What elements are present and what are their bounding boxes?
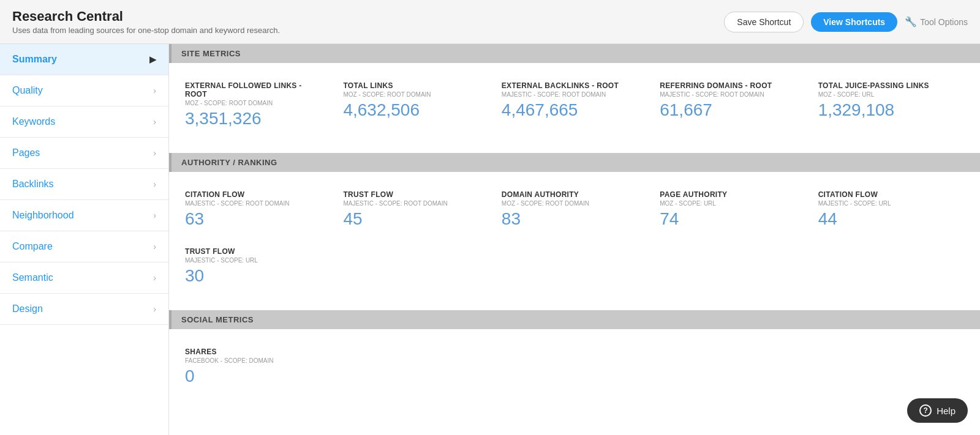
metric-source: MOZ - SCOPE: ROOT DOMAIN <box>185 100 325 106</box>
sidebar-item-keywords[interactable]: Keywords› <box>0 106 168 138</box>
metric-label: PAGE AUTHORITY <box>660 190 799 199</box>
save-shortcut-button[interactable]: Save Shortcut <box>724 12 804 32</box>
sidebar-item-quality[interactable]: Quality› <box>0 75 168 106</box>
sidebar: Summary▶Quality›Keywords›Pages›Backlinks… <box>0 44 169 435</box>
sidebar-item-neighborhood[interactable]: Neighborhood› <box>0 200 168 231</box>
metric-block: CITATION FLOWMAJESTIC - SCOPE: ROOT DOMA… <box>179 184 337 241</box>
sidebar-item-label: Quality <box>12 85 43 96</box>
header-actions: Save Shortcut View Shortcuts 🔧 Tool Opti… <box>724 12 968 32</box>
sidebar-item-label: Summary <box>12 54 57 65</box>
tool-options-label: Tool Options <box>920 17 968 27</box>
metric-label: CITATION FLOW <box>818 190 958 199</box>
metric-block: PAGE AUTHORITYMOZ - SCOPE: URL74 <box>654 184 812 241</box>
tool-options-link[interactable]: 🔧 Tool Options <box>905 16 968 28</box>
sidebar-item-label: Backlinks <box>12 179 54 190</box>
metric-label: REFERRING DOMAINS - ROOT <box>660 81 799 90</box>
sidebar-item-semantic[interactable]: Semantic› <box>0 262 168 294</box>
metric-value: 74 <box>660 209 799 229</box>
wrench-icon: 🔧 <box>905 16 917 28</box>
metric-label: EXTERNAL FOLLOWED LINKS - ROOT <box>185 81 325 99</box>
metric-value: 45 <box>343 209 483 229</box>
section-header-site-metrics: SITE METRICS <box>169 44 980 63</box>
metric-label: EXTERNAL BACKLINKS - ROOT <box>502 81 641 90</box>
metric-block: EXTERNAL FOLLOWED LINKS - ROOTMOZ - SCOP… <box>179 75 337 141</box>
header: Research Central Uses data from leading … <box>0 0 980 44</box>
content-area: SITE METRICSEXTERNAL FOLLOWED LINKS - RO… <box>169 44 980 435</box>
section-social-metrics: SOCIAL METRICSSHARESFACEBOOK - SCOPE: DO… <box>169 310 980 411</box>
metric-block: TRUST FLOWMAJESTIC - SCOPE: ROOT DOMAIN4… <box>337 184 495 241</box>
sidebar-item-label: Neighborhood <box>12 210 74 221</box>
metric-value: 44 <box>818 209 958 229</box>
sidebar-item-backlinks[interactable]: Backlinks› <box>0 169 168 200</box>
metric-block: DOMAIN AUTHORITYMOZ - SCOPE: ROOT DOMAIN… <box>496 184 654 241</box>
metric-source: MOZ - SCOPE: URL <box>660 200 799 207</box>
metric-block: TOTAL JUICE-PASSING LINKSMOZ - SCOPE: UR… <box>812 75 970 141</box>
section-header-social-metrics: SOCIAL METRICS <box>169 310 980 329</box>
help-label: Help <box>937 406 956 416</box>
metric-value: 61,667 <box>660 100 799 120</box>
sidebar-item-compare[interactable]: Compare› <box>0 231 168 262</box>
metric-value: 30 <box>185 266 958 286</box>
sidebar-item-label: Semantic <box>12 272 53 283</box>
section-site-metrics: SITE METRICSEXTERNAL FOLLOWED LINKS - RO… <box>169 44 980 153</box>
metric-block: EXTERNAL BACKLINKS - ROOTMAJESTIC - SCOP… <box>496 75 654 141</box>
metric-label: SHARES <box>185 348 958 356</box>
metric-source: MOZ - SCOPE: ROOT DOMAIN <box>343 91 483 98</box>
metric-label: CITATION FLOW <box>185 190 325 199</box>
metric-source: FACEBOOK - SCOPE: DOMAIN <box>185 357 958 364</box>
main-container: Summary▶Quality›Keywords›Pages›Backlinks… <box>0 44 980 435</box>
sidebar-item-design[interactable]: Design› <box>0 294 168 325</box>
header-branding: Research Central Uses data from leading … <box>12 9 280 35</box>
section-content-social-metrics: SHARESFACEBOOK - SCOPE: DOMAIN0 <box>169 329 980 411</box>
section-header-authority-ranking: AUTHORITY / RANKING <box>169 153 980 172</box>
metric-label: TOTAL JUICE-PASSING LINKS <box>818 81 958 90</box>
metric-block: REFERRING DOMAINS - ROOTMAJESTIC - SCOPE… <box>654 75 812 141</box>
metric-value: 4,632,506 <box>343 100 483 120</box>
metric-label: DOMAIN AUTHORITY <box>502 190 641 199</box>
chevron-right-icon: › <box>153 86 156 95</box>
metric-block: SHARESFACEBOOK - SCOPE: DOMAIN0 <box>179 341 970 398</box>
help-button[interactable]: ? Help <box>907 398 968 423</box>
metric-value: 0 <box>185 366 958 386</box>
chevron-right-icon: › <box>153 148 156 158</box>
section-authority-ranking: AUTHORITY / RANKINGCITATION FLOWMAJESTIC… <box>169 153 980 310</box>
chevron-right-icon: › <box>153 117 156 127</box>
chevron-right-icon: › <box>153 273 156 283</box>
sidebar-item-label: Pages <box>12 147 40 158</box>
chevron-right-icon: › <box>153 242 156 251</box>
metric-block: TOTAL LINKSMOZ - SCOPE: ROOT DOMAIN4,632… <box>337 75 495 141</box>
chevron-right-icon: › <box>153 210 156 220</box>
metric-source: MAJESTIC - SCOPE: ROOT DOMAIN <box>185 200 325 207</box>
metric-source: MAJESTIC - SCOPE: ROOT DOMAIN <box>343 200 483 207</box>
metric-source: MOZ - SCOPE: ROOT DOMAIN <box>502 200 641 207</box>
app-title: Research Central <box>12 9 280 24</box>
metric-source: MOZ - SCOPE: URL <box>818 91 958 98</box>
chevron-right-icon: › <box>153 179 156 189</box>
sidebar-item-label: Keywords <box>12 116 55 127</box>
section-content-site-metrics: EXTERNAL FOLLOWED LINKS - ROOTMOZ - SCOP… <box>169 63 980 153</box>
metric-value: 1,329,108 <box>818 100 958 120</box>
metric-label: TRUST FLOW <box>185 247 958 256</box>
metric-source: MAJESTIC - SCOPE: ROOT DOMAIN <box>502 91 641 98</box>
sidebar-item-label: Design <box>12 303 43 314</box>
metric-label: TOTAL LINKS <box>343 81 483 90</box>
metric-block: CITATION FLOWMAJESTIC - SCOPE: URL44 <box>812 184 970 241</box>
sidebar-item-summary[interactable]: Summary▶ <box>0 44 168 75</box>
help-icon: ? <box>919 404 932 417</box>
metric-source: MAJESTIC - SCOPE: ROOT DOMAIN <box>660 91 799 98</box>
sidebar-item-label: Compare <box>12 241 53 252</box>
section-content-authority-ranking: CITATION FLOWMAJESTIC - SCOPE: ROOT DOMA… <box>169 172 980 310</box>
view-shortcuts-button[interactable]: View Shortcuts <box>811 12 897 32</box>
sidebar-item-pages[interactable]: Pages› <box>0 138 168 169</box>
metric-block: TRUST FLOWMAJESTIC - SCOPE: URL30 <box>179 241 970 298</box>
metric-label: TRUST FLOW <box>343 190 483 199</box>
metric-value: 83 <box>502 209 641 229</box>
chevron-right-icon: ▶ <box>149 54 156 64</box>
app-subtitle: Uses data from leading sources for one-s… <box>12 26 280 35</box>
metric-value: 4,467,665 <box>502 100 641 120</box>
metric-value: 3,351,326 <box>185 109 325 128</box>
metric-source: MAJESTIC - SCOPE: URL <box>818 200 958 207</box>
chevron-right-icon: › <box>153 304 156 314</box>
metric-source: MAJESTIC - SCOPE: URL <box>185 257 958 264</box>
metric-value: 63 <box>185 209 325 229</box>
